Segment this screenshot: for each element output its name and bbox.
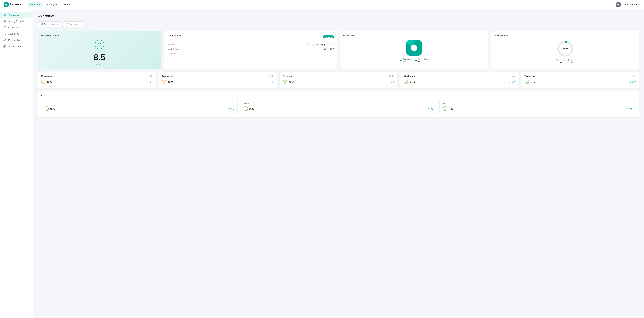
teamwork-title: Teamwork [162, 75, 173, 77]
heartbeat-score-title: Heartbeat Score [41, 34, 158, 37]
replied-label: Replied [568, 59, 574, 61]
management-score: 6.5 [47, 80, 52, 84]
nav-items: Heartbeat Employees Settings [28, 2, 74, 7]
svg-point-30 [286, 81, 286, 82]
nav-heartbeat[interactable]: Heartbeat [28, 2, 43, 7]
company-comments: 27 [631, 75, 636, 77]
recipients-stat: Recipients 757 [556, 59, 564, 64]
workplace-comments: 7 [511, 75, 515, 77]
svg-rect-0 [4, 20, 4, 21]
next-survey-label: Next Survey [168, 48, 179, 50]
chevron-down-icon: ▼ [638, 4, 640, 6]
enps-smiley-icon [244, 106, 248, 111]
nps-kpi-card: NPS 9.5 +0.5 [41, 100, 238, 114]
location-filter[interactable]: Location ▼ [63, 22, 83, 27]
feedback-pie [343, 40, 485, 56]
svg-point-38 [46, 108, 46, 108]
comment-icon-mgmt [149, 75, 150, 77]
svg-point-44 [444, 108, 445, 108]
topnav: LetsAsk. Heartbeat Employees Settings M … [0, 0, 644, 9]
management-card: Management 5 6.5 +0.1 [38, 72, 156, 88]
nav-settings[interactable]: Settings [62, 2, 74, 7]
personal-change-value: -0.1 [391, 81, 394, 84]
management-change: +0.1 [146, 81, 152, 84]
participation-donut-chart: 29% [556, 40, 574, 58]
nav-employees[interactable]: Employees [44, 2, 60, 7]
company-score: 9.2 [530, 80, 536, 84]
heartbeat-smiley-icon [41, 40, 158, 51]
workplace-header: Workplace 7 [404, 75, 515, 77]
svg-point-27 [164, 81, 165, 82]
feedback-pie-chart [406, 40, 422, 56]
kpis-section: KPI's NPS 9.5 +0.5 [38, 91, 640, 118]
personal-title: Personal [283, 75, 293, 77]
svg-rect-10 [42, 24, 42, 25]
location-label: Location [70, 23, 78, 26]
svg-point-42 [246, 108, 246, 108]
department-filter[interactable]: Department ▼ [38, 22, 61, 27]
management-comments-count: 5 [151, 75, 152, 77]
recipients-value: 757 [556, 61, 564, 64]
enps-score: 8.5 [249, 107, 254, 111]
logo[interactable]: LetsAsk. [4, 2, 22, 7]
svg-point-6 [4, 46, 5, 47]
app-layout: Overview Survey Rounds Feedback Action L… [0, 0, 644, 318]
page-title: Overview [38, 14, 640, 18]
sidebar-item-survey-rounds[interactable]: Survey Rounds [0, 18, 33, 24]
trend-up-icon-wp [508, 81, 510, 83]
comment-icon-tw [270, 75, 272, 77]
suggestions-dot [415, 60, 417, 61]
personal-smiley-icon [283, 80, 287, 85]
participation-card: Participation 29% Recipients 757 Replied [491, 31, 640, 69]
stress-label: Stress [443, 102, 632, 105]
company-score-row: 9.2 +0.9 [524, 80, 636, 85]
svg-point-34 [525, 80, 529, 84]
nps-change-value: +0.5 [230, 108, 234, 110]
comment-icon-co [631, 75, 633, 77]
personal-change: -0.1 [388, 81, 394, 84]
gear-icon [3, 45, 6, 48]
suggestions-legend: Suggestions 11 [415, 58, 428, 63]
grid-icon [3, 20, 6, 23]
svg-rect-7 [41, 23, 42, 24]
company-title: Company [524, 75, 535, 77]
sidebar-item-feedback[interactable]: Feedback [0, 24, 33, 31]
teamwork-header: Teamwork 0 [162, 75, 273, 77]
personal-score-row: 8.7 -0.1 [283, 80, 394, 85]
home-icon [4, 14, 7, 16]
svg-text:29%: 29% [562, 47, 568, 50]
svg-point-22 [41, 80, 45, 84]
management-smiley-icon [41, 80, 45, 85]
round-header: Latest Round Running [168, 34, 334, 40]
sidebar-item-survey-setup[interactable]: Survey Setup [0, 43, 33, 50]
trend-up-icon-enps [427, 108, 429, 110]
sidebar-label-overview: Overview [9, 14, 19, 16]
sidebar-item-overview[interactable]: Overview [0, 12, 33, 18]
management-header: Management 5 [41, 75, 152, 77]
management-comments: 5 [149, 75, 152, 77]
trend-up-icon-mgmt [146, 81, 148, 83]
sidebar-label-action-log: Action Log [8, 32, 19, 35]
feedback-card: Feedback [340, 31, 488, 69]
user-menu[interactable]: M Mary Jackson ▼ [616, 2, 640, 7]
nps-score: 9.5 [50, 107, 55, 111]
nps-change: +0.5 [228, 108, 234, 110]
trend-up-icon-tw [267, 81, 269, 83]
category-cards: Management 5 6.5 +0.1 [38, 72, 640, 88]
round-days-row: Days Left 11 [168, 52, 334, 56]
days-left-label: Days Left [168, 52, 176, 55]
stress-kpi-card: Stress 8.5 +0.0 [440, 100, 636, 114]
personal-card: Personal 14 8.7 -0.1 [280, 72, 398, 88]
comments-dot [400, 60, 402, 61]
management-title: Management [41, 75, 55, 77]
sidebar-item-action-log[interactable]: Action Log [0, 31, 33, 37]
clock-icon [3, 32, 6, 35]
svg-point-41 [245, 108, 246, 108]
replied-value: 140 [568, 61, 574, 64]
recipients-label: Recipients [556, 59, 564, 61]
suggestions-value: 11 [418, 60, 428, 63]
sidebar-item-participation[interactable]: Participation [0, 37, 33, 43]
message-icon [3, 26, 6, 29]
stress-smiley-icon [443, 106, 447, 111]
teamwork-comments-count: 0 [272, 75, 273, 77]
